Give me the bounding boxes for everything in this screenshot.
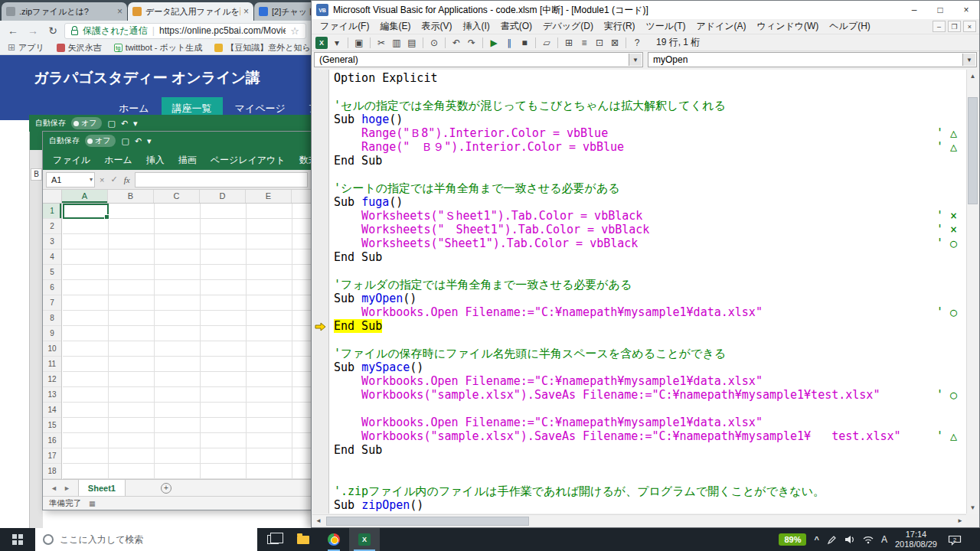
row-header-10[interactable]: 10 bbox=[43, 341, 61, 357]
find-icon[interactable]: ⊙ bbox=[427, 36, 441, 50]
object-combo[interactable]: (General) ▼ bbox=[314, 52, 643, 67]
cut-icon[interactable]: ✂ bbox=[374, 36, 388, 50]
scroll-left-icon[interactable]: ◄ bbox=[312, 515, 325, 527]
scroll-right-icon[interactable]: ► bbox=[954, 515, 966, 527]
forward-icon[interactable]: → bbox=[24, 22, 41, 39]
browser-tab-1[interactable]: .zipファイルとは? × bbox=[2, 2, 127, 21]
taskbar-search[interactable]: ここに入力して検索 bbox=[35, 528, 257, 551]
menu-item[interactable]: 挿入(I) bbox=[457, 20, 495, 33]
margin-indicator-bar[interactable] bbox=[312, 70, 329, 514]
menu-item[interactable]: 実行(R) bbox=[599, 20, 641, 33]
reload-icon[interactable]: ↻ bbox=[44, 22, 61, 39]
ribbon-tab[interactable]: ホーム bbox=[97, 154, 139, 167]
help-icon[interactable]: ? bbox=[630, 36, 644, 50]
speaker-icon[interactable] bbox=[844, 535, 855, 544]
menu-item[interactable]: 編集(E) bbox=[374, 20, 416, 33]
menu-item[interactable]: ツール(T) bbox=[641, 20, 691, 33]
save-icon[interactable]: ▣ bbox=[352, 36, 366, 50]
bookmark-item[interactable]: 矢沢永吉 bbox=[57, 42, 102, 54]
vertical-scrollbar[interactable]: ▲ ▼ bbox=[966, 70, 978, 514]
chrome-taskbar-button[interactable] bbox=[318, 528, 349, 551]
undo-icon[interactable]: ↶ bbox=[449, 36, 463, 50]
cells-area[interactable] bbox=[63, 204, 311, 479]
row-header-18[interactable]: 18 bbox=[43, 464, 61, 479]
object-browser-icon[interactable]: ⊡ bbox=[593, 36, 606, 50]
sheet-tab[interactable]: Sheet1 bbox=[78, 480, 126, 496]
row-header-3[interactable]: 3 bbox=[43, 234, 61, 249]
save-icon[interactable]: ▢ bbox=[121, 136, 129, 146]
run-icon[interactable]: ▶ bbox=[487, 36, 501, 50]
caret-down-icon[interactable]: ▾ bbox=[133, 119, 138, 129]
row-header-12[interactable]: 12 bbox=[43, 372, 61, 387]
file-explorer-button[interactable] bbox=[288, 528, 318, 551]
row-header-15[interactable]: 15 bbox=[43, 418, 61, 433]
ime-indicator[interactable]: A bbox=[881, 534, 887, 545]
child-restore-icon[interactable]: ❐ bbox=[948, 21, 961, 32]
properties-window-icon[interactable]: ≡ bbox=[577, 36, 591, 50]
back-icon[interactable]: ← bbox=[5, 22, 21, 39]
dropdown-caret-icon[interactable]: ▾ bbox=[330, 36, 344, 50]
undo-icon[interactable]: ↶ bbox=[121, 119, 128, 129]
ribbon-tab[interactable]: 数式 bbox=[292, 154, 311, 167]
scrollbar-thumb[interactable] bbox=[968, 97, 978, 204]
child-minimize-icon[interactable]: – bbox=[933, 21, 946, 32]
project-explorer-icon[interactable]: ⊞ bbox=[562, 36, 576, 50]
toolbox-icon[interactable]: ⊠ bbox=[608, 36, 622, 50]
scroll-up-icon[interactable]: ▲ bbox=[967, 70, 978, 82]
network-icon[interactable] bbox=[863, 536, 874, 544]
chevron-down-icon[interactable]: ▼ bbox=[629, 54, 642, 66]
paste-icon[interactable]: ▤ bbox=[405, 36, 419, 50]
scroll-down-icon[interactable]: ▼ bbox=[967, 501, 978, 514]
menu-item[interactable]: アドイン(A) bbox=[691, 20, 751, 33]
battery-percent-badge[interactable]: 89% bbox=[779, 533, 806, 546]
redo-icon[interactable]: ↷ bbox=[465, 36, 479, 50]
menu-item[interactable]: 書式(O) bbox=[495, 20, 537, 33]
excel-back-window-titlebar[interactable]: 自動保存 オフ ▢ ↶ ▾ bbox=[29, 115, 311, 132]
row-header-14[interactable]: 14 bbox=[43, 403, 61, 418]
sheet-next-icon[interactable]: ► bbox=[60, 484, 74, 492]
sheet-prev-icon[interactable]: ◄ bbox=[47, 484, 60, 492]
row-header-8[interactable]: 8 bbox=[43, 311, 61, 326]
row-header-9[interactable]: 9 bbox=[43, 326, 61, 341]
macro-record-icon[interactable]: ▦ bbox=[89, 500, 96, 507]
hidden-icons-chevron[interactable]: ^ bbox=[814, 535, 818, 544]
menu-item[interactable]: ウィンドウ(W) bbox=[752, 20, 825, 33]
menu-item[interactable]: ファイル(F) bbox=[315, 20, 374, 33]
pen-icon[interactable] bbox=[827, 535, 837, 545]
nav-home[interactable]: ホーム bbox=[119, 102, 149, 116]
formula-input[interactable] bbox=[135, 172, 308, 187]
insert-function-icon[interactable]: fx bbox=[122, 175, 132, 184]
ribbon-tab[interactable]: 挿入 bbox=[139, 154, 172, 167]
address-bar[interactable]: 保護された通信 | https://online.pc5bai.com/Movi… bbox=[64, 23, 306, 39]
excel-taskbar-button[interactable]: X bbox=[349, 528, 380, 551]
procedure-combo[interactable]: myOpen ▼ bbox=[648, 52, 977, 67]
bookmark-item[interactable]: tg twittbot - ボット生成 bbox=[114, 42, 202, 54]
row-header-6[interactable]: 6 bbox=[43, 280, 61, 295]
row-header-1[interactable]: 1 bbox=[43, 204, 61, 219]
bookmark-star-icon[interactable]: ☆ bbox=[290, 25, 299, 37]
break-icon[interactable]: ∥ bbox=[502, 36, 516, 50]
tab-close-icon[interactable]: × bbox=[243, 6, 249, 17]
name-box[interactable]: A1 ▾ bbox=[46, 172, 95, 187]
scrollbar-thumb[interactable] bbox=[326, 517, 529, 526]
column-header-e[interactable]: E bbox=[246, 190, 292, 203]
vbe-titlebar[interactable]: VB Microsoft Visual Basic for Applicatio… bbox=[312, 1, 979, 19]
undo-icon[interactable]: ↶ bbox=[135, 136, 142, 146]
browser-tab-3[interactable]: [2]チャットワ × bbox=[254, 2, 311, 21]
caret-down-icon[interactable]: ▾ bbox=[147, 136, 152, 146]
add-sheet-icon[interactable]: + bbox=[161, 483, 172, 494]
clock[interactable]: 17:14 2018/08/29 bbox=[895, 530, 937, 549]
bookmark-item[interactable]: 【豆知識】意外と知ら bbox=[214, 42, 311, 54]
child-close-icon[interactable]: × bbox=[963, 21, 976, 32]
enter-icon[interactable]: ✓ bbox=[109, 174, 119, 184]
cancel-icon[interactable]: × bbox=[98, 175, 106, 184]
design-mode-icon[interactable]: ▱ bbox=[540, 36, 554, 50]
selected-cell-a1[interactable] bbox=[63, 204, 109, 219]
ribbon-tab[interactable]: ファイル bbox=[46, 154, 97, 167]
nav-mypage[interactable]: マイページ bbox=[235, 102, 286, 116]
tab-close-icon[interactable]: × bbox=[117, 6, 122, 17]
copy-icon[interactable]: ▥ bbox=[390, 36, 403, 50]
bookmark-apps[interactable]: ⊞ アプリ bbox=[8, 42, 44, 54]
close-icon[interactable]: × bbox=[953, 1, 979, 19]
row-header-2[interactable]: 2 bbox=[43, 219, 61, 234]
